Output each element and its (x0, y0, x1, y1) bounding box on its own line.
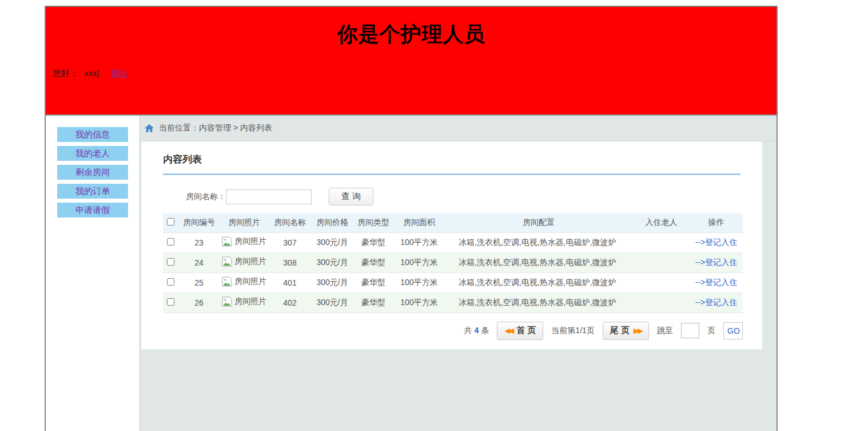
col-room-price: 房间价格 (312, 213, 353, 232)
room-elder (633, 232, 690, 252)
total-count-text: 共4条 (464, 326, 489, 336)
main-area: 当前位置：内容管理 > 内容列表 内容列表 房间名称： 查 询 (140, 116, 777, 431)
content-panel: 内容列表 房间名称： 查 询 房间 (141, 141, 762, 349)
room-id: 25 (178, 272, 220, 292)
sidebar-item-remaining-rooms[interactable]: 剩余房间 (57, 165, 128, 180)
room-name: 401 (268, 272, 312, 292)
broken-image-icon (222, 276, 233, 287)
broken-image-icon (222, 236, 233, 247)
broken-image-icon (222, 296, 233, 307)
room-elder (633, 272, 690, 292)
row-checkbox[interactable] (167, 258, 174, 266)
current-page-text: 当前第1/1页 (551, 326, 594, 336)
col-room-config: 房间配置 (444, 213, 633, 232)
room-type: 豪华型 (353, 232, 394, 252)
username: xxx (84, 68, 97, 78)
page-unit-label: 页 (707, 326, 715, 336)
room-area: 100平方米 (394, 292, 444, 313)
room-config: 冰箱,洗衣机,空调,电视,热水器,电磁炉,微波炉 (444, 252, 633, 272)
go-button[interactable]: GO (723, 322, 743, 339)
room-elder (633, 292, 690, 313)
broken-image-icon (222, 256, 233, 267)
double-left-arrow-icon: ◀◀ (504, 326, 512, 335)
room-photo: 房间照片 (222, 256, 266, 267)
room-elder (633, 252, 690, 272)
sidebar-item-my-info[interactable]: 我的信息 (57, 127, 128, 142)
sidebar-item-leave-request[interactable]: 申请请假 (57, 203, 128, 218)
photo-label: 房间照片 (234, 236, 266, 247)
room-photo: 房间照片 (222, 276, 266, 287)
room-area: 100平方米 (394, 232, 444, 252)
table-row: 23 房间照片 307 300元/月 豪华型 100平方米 冰箱,洗衣机,空调,… (163, 232, 743, 252)
room-id: 23 (178, 232, 220, 252)
table-header-row: 房间编号 房间照片 房间名称 房间价格 房间类型 房间面积 房间配置 入住老人 … (163, 213, 743, 232)
room-price: 300元/月 (312, 252, 353, 272)
sidebar-item-my-orders[interactable]: 我的订单 (57, 184, 128, 199)
breadcrumb: 当前位置：内容管理 > 内容列表 (140, 116, 777, 141)
table-row: 26 房间照片 402 300元/月 豪华型 100平方米 冰箱,洗衣机,空调,… (163, 292, 743, 313)
room-name: 308 (268, 252, 312, 272)
photo-label: 房间照片 (234, 296, 266, 307)
room-area: 100平方米 (394, 272, 444, 292)
row-checkbox[interactable] (167, 298, 174, 306)
jump-page-input[interactable] (681, 323, 699, 338)
page-title: 你是个护理人员 (46, 7, 777, 49)
checkin-link[interactable]: -->登记入住 (695, 258, 738, 267)
col-room-area: 房间面积 (394, 213, 444, 232)
room-type: 豪华型 (353, 272, 394, 292)
main-container: 你是个护理人员 您好：xxx| 退出 我的信息 我的老人 剩余房间 我的订单 申… (45, 6, 778, 431)
pagination: 共4条 ◀◀首 页 当前第1/1页 尾 页▶▶ 跳至 页 GO (163, 322, 743, 340)
table-row: 24 房间照片 308 300元/月 豪华型 100平方米 冰箱,洗衣机,空调,… (163, 252, 743, 272)
room-photo: 房间照片 (222, 296, 266, 307)
col-room-type: 房间类型 (353, 213, 394, 232)
last-page-button[interactable]: 尾 页▶▶ (603, 322, 649, 340)
checkin-link[interactable]: -->登记入住 (695, 238, 738, 247)
col-room-photo: 房间照片 (220, 213, 268, 232)
row-checkbox[interactable] (167, 238, 174, 246)
jump-label: 跳至 (657, 326, 673, 336)
double-right-arrow-icon: ▶▶ (634, 326, 642, 335)
room-id: 24 (178, 252, 220, 272)
title-underline (163, 173, 740, 175)
logout-link[interactable]: 退出 (111, 68, 128, 78)
room-area: 100平方米 (394, 252, 444, 272)
sidebar-item-my-elders[interactable]: 我的老人 (57, 146, 128, 161)
photo-label: 房间照片 (234, 256, 266, 267)
room-name: 402 (268, 292, 312, 313)
row-checkbox[interactable] (167, 278, 174, 286)
room-name: 307 (268, 232, 312, 252)
rooms-table: 房间编号 房间照片 房间名称 房间价格 房间类型 房间面积 房间配置 入住老人 … (163, 213, 743, 313)
greeting: 您好：xxx| 退出 (46, 68, 777, 79)
col-action: 操作 (690, 213, 743, 232)
greeting-separator: | (97, 68, 99, 78)
col-room-id: 房间编号 (178, 213, 220, 232)
room-photo: 房间照片 (222, 236, 266, 247)
home-icon (145, 124, 154, 132)
app-header: 你是个护理人员 您好：xxx| 退出 (46, 7, 777, 116)
col-elder: 入住老人 (633, 213, 690, 232)
search-bar: 房间名称： 查 询 (163, 188, 740, 205)
select-all-checkbox[interactable] (167, 218, 174, 226)
room-config: 冰箱,洗衣机,空调,电视,热水器,电磁炉,微波炉 (444, 292, 633, 313)
total-count: 4 (474, 326, 479, 335)
breadcrumb-text: 当前位置：内容管理 > 内容列表 (159, 123, 272, 133)
photo-label: 房间照片 (234, 276, 266, 287)
room-type: 豪华型 (353, 252, 394, 272)
greeting-prefix: 您好： (53, 68, 78, 78)
search-label: 房间名称： (186, 192, 226, 202)
query-button[interactable]: 查 询 (329, 188, 373, 205)
checkin-link[interactable]: -->登记入住 (695, 298, 738, 307)
sidebar: 我的信息 我的老人 剩余房间 我的订单 申请请假 (46, 116, 140, 431)
room-config: 冰箱,洗衣机,空调,电视,热水器,电磁炉,微波炉 (444, 272, 633, 292)
col-room-name: 房间名称 (268, 213, 312, 232)
checkin-link[interactable]: -->登记入住 (695, 278, 738, 287)
room-name-input[interactable] (226, 189, 312, 204)
room-price: 300元/月 (312, 232, 353, 252)
room-config: 冰箱,洗衣机,空调,电视,热水器,电磁炉,微波炉 (444, 232, 633, 252)
room-id: 26 (178, 292, 220, 313)
first-page-button[interactable]: ◀◀首 页 (497, 322, 543, 340)
table-row: 25 房间照片 401 300元/月 豪华型 100平方米 冰箱,洗衣机,空调,… (163, 272, 743, 292)
room-price: 300元/月 (312, 272, 353, 292)
body-layout: 我的信息 我的老人 剩余房间 我的订单 申请请假 当前位置：内容管理 > 内容列… (46, 116, 777, 431)
room-type: 豪华型 (353, 292, 394, 313)
